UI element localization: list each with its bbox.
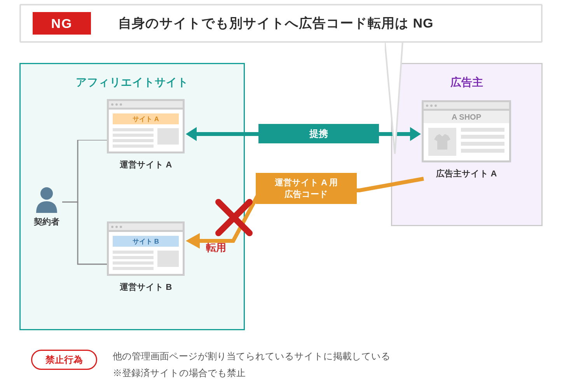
browser-mock-icon: サイト B bbox=[107, 221, 185, 276]
site-a: サイト A 運営サイト A bbox=[107, 99, 185, 171]
cross-icon bbox=[215, 198, 253, 237]
shop-bar: A SHOP bbox=[424, 111, 509, 123]
svg-point-1 bbox=[40, 187, 53, 200]
callout-tail-icon bbox=[385, 41, 408, 158]
prohibited-pill: 禁止行為 bbox=[31, 350, 97, 370]
header-title: 自身のサイトでも別サイトへ広告コード転用は NG bbox=[118, 14, 433, 32]
tree-connector-icon bbox=[62, 140, 109, 268]
site-b-bar: サイト B bbox=[113, 236, 179, 247]
footer-text: 他の管理画面ページが割り当てられているサイトに掲載している ※登録済サイトの場合… bbox=[113, 348, 391, 381]
contractor: 契約者 bbox=[33, 186, 60, 228]
site-a-bar: サイト A bbox=[113, 113, 179, 124]
advertiser-site: A SHOP 広告主サイト A bbox=[422, 100, 511, 179]
advertiser-site-caption: 広告主サイト A bbox=[422, 168, 511, 179]
svg-marker-2 bbox=[186, 233, 200, 249]
affiliate-panel-title: アフィリエイトサイト bbox=[21, 75, 244, 90]
arrow-head-left-icon bbox=[186, 127, 197, 141]
advertiser-panel-title: 広告主 bbox=[392, 75, 541, 90]
partnership-label: 提携 bbox=[258, 124, 379, 143]
site-a-caption: 運営サイト A bbox=[107, 159, 185, 171]
browser-mock-icon: サイト A bbox=[107, 99, 185, 153]
adcode-label: 運営サイト A 用 広告コード bbox=[256, 173, 357, 204]
header-callout: NG 自身のサイトでも別サイトへ広告コード転用は NG bbox=[19, 4, 543, 43]
tshirt-icon bbox=[428, 128, 456, 156]
browser-mock-icon: A SHOP bbox=[422, 100, 511, 162]
site-b-caption: 運営サイト B bbox=[107, 281, 185, 293]
arrow-line-icon bbox=[194, 132, 260, 136]
site-b: サイト B 運営サイト B bbox=[107, 221, 185, 293]
user-icon bbox=[35, 186, 59, 213]
footer-line1: 他の管理画面ページが割り当てられているサイトに掲載している bbox=[113, 348, 391, 364]
ng-badge: NG bbox=[33, 12, 91, 35]
contractor-label: 契約者 bbox=[33, 216, 60, 228]
footer-line2: ※登録済サイトの場合でも禁止 bbox=[113, 364, 391, 381]
arrow-head-right-icon bbox=[410, 127, 421, 141]
